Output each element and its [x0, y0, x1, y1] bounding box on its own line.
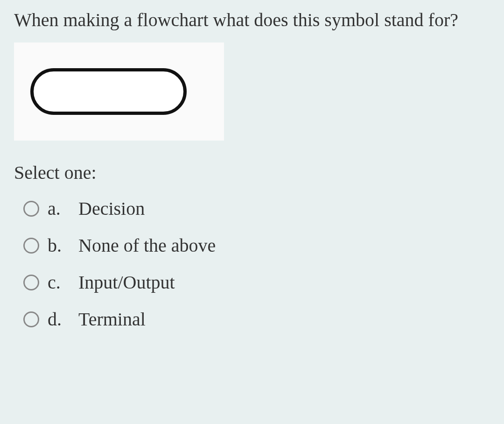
option-b[interactable]: b. None of the above [23, 234, 490, 256]
symbol-image-container [14, 42, 224, 141]
radio-icon[interactable] [23, 275, 39, 290]
radio-icon[interactable] [23, 201, 39, 217]
options-list: a. Decision b. None of the above c. Inpu… [14, 198, 490, 330]
radio-icon[interactable] [23, 238, 39, 254]
option-letter: b. [48, 234, 70, 256]
option-d[interactable]: d. Terminal [23, 308, 490, 330]
terminal-symbol-icon [30, 68, 187, 115]
question-text: When making a flowchart what does this s… [14, 9, 490, 31]
option-text: None of the above [78, 234, 216, 256]
option-letter: d. [48, 308, 70, 330]
option-text: Terminal [78, 308, 146, 330]
option-letter: c. [48, 271, 70, 293]
option-a[interactable]: a. Decision [23, 198, 490, 219]
option-text: Decision [78, 198, 145, 219]
option-letter: a. [48, 198, 70, 219]
select-prompt: Select one: [14, 162, 490, 184]
option-text: Input/Output [78, 271, 175, 293]
option-c[interactable]: c. Input/Output [23, 271, 490, 293]
radio-icon[interactable] [23, 311, 39, 327]
